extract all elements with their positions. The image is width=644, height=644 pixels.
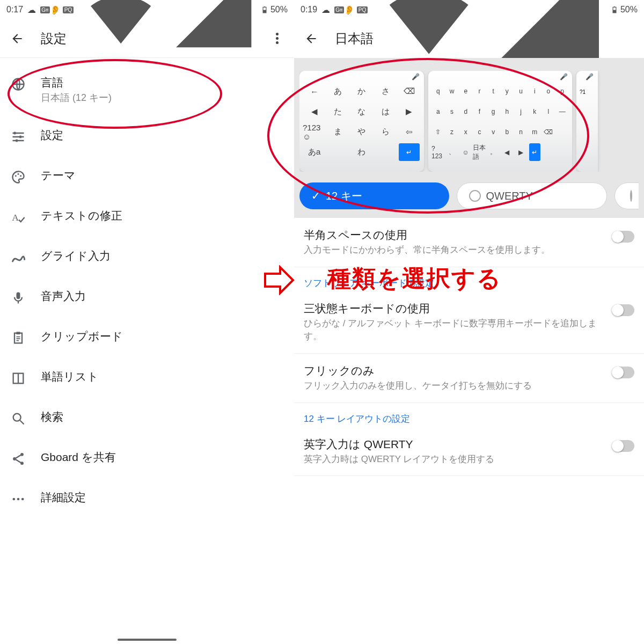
search-icon [11, 411, 26, 426]
row-title: 音声入力 [41, 289, 286, 304]
toggle-switch[interactable] [612, 304, 634, 316]
row-title: 半角スペースの使用 [304, 228, 597, 243]
annotation-arrow-icon [263, 265, 295, 295]
chip-label: QWERTY [486, 190, 533, 202]
row-title: 設定 [41, 128, 286, 143]
kb-key: ◀ [501, 142, 514, 162]
row-title: 英字入力は QWERTY [304, 437, 597, 452]
language-settings-list: 半角スペースの使用入力モードにかかわらず、常に半角スペースを使用します。ソフトウ… [294, 218, 644, 476]
back-button[interactable] [301, 28, 322, 49]
settings-row-clipboard[interactable]: クリップボード [0, 317, 294, 357]
kb-key: h [501, 102, 514, 122]
palette-icon [11, 170, 26, 185]
kb-key: b [501, 122, 514, 142]
row-subtitle: 入力モードにかかわらず、常に半角スペースを使用します。 [304, 244, 597, 257]
kb-key: c [473, 122, 486, 142]
toggle-switch[interactable] [612, 440, 634, 452]
news-icon: G≡ [40, 6, 50, 13]
toggle-switch[interactable] [612, 231, 634, 243]
svg-rect-5 [19, 136, 21, 138]
mic-icon: 🎤 [412, 73, 420, 80]
kb-key: i [528, 82, 541, 101]
setting-toggle-row[interactable]: フリックのみフリック入力のみを使用し、ケータイ打ちを無効にする [294, 354, 644, 403]
kb-key: ま [326, 122, 349, 142]
status-bar: 0:17 ☁ G≡ 👂 PQ 50% [0, 0, 294, 19]
share-icon [11, 451, 26, 466]
mic-icon: 🎤 [586, 73, 594, 80]
toggle-switch[interactable] [612, 367, 634, 378]
svg-point-21 [21, 498, 24, 501]
settings-row-palette[interactable]: テーマ [0, 156, 294, 196]
kb-key: w [445, 82, 459, 101]
settings-row-more[interactable]: 詳細設定 [0, 478, 294, 518]
kb-key: v [487, 122, 500, 142]
svg-point-9 [20, 175, 21, 177]
camera-icon: PQ [63, 6, 74, 13]
settings-list: 言語日本語 (12 キー) 設定 テーマA テキストの修正 グライド入力 音声入… [0, 58, 294, 518]
home-indicator[interactable] [118, 639, 177, 641]
layout-chip-12key[interactable]: ✓ 12 キー [299, 182, 449, 209]
ear-icon: 👂 [344, 5, 355, 15]
kb-key: e [459, 82, 472, 101]
wordlist-icon [11, 371, 26, 386]
settings-row-swoosh[interactable]: グライド入力 [0, 237, 294, 277]
kb-key: j [514, 102, 528, 122]
status-battery: 50% [620, 5, 638, 14]
svg-point-7 [15, 175, 17, 177]
wifi-icon [76, 0, 166, 55]
kb-key [542, 142, 555, 162]
svg-rect-23 [613, 10, 616, 13]
kb-key: l [542, 102, 555, 122]
row-title: 三状態キーボードの使用 [304, 301, 597, 316]
status-bar: 0:19 ☁ G≡ 👂 PQ 50% [294, 0, 644, 19]
kb-key: ▶ [514, 142, 528, 162]
kb-key: あa [303, 142, 326, 162]
row-title: クリップボード [41, 329, 286, 344]
kb-key: ▶ [398, 102, 421, 122]
layout-preview-next[interactable]: 🎤 ?1 [576, 71, 598, 172]
settings-row-share[interactable]: Gboard を共有 [0, 438, 294, 478]
row-title: 詳細設定 [41, 490, 286, 505]
kb-key: ⌫ [398, 82, 421, 101]
cloud-icon: ☁ [27, 5, 36, 15]
signal-icon [169, 0, 259, 55]
keyboard-layout-picker: 🎤 ←あかさ⌫◀たなは▶?123 ☺まやら⇦あaわ↵ 🎤 qwertyuiopa… [294, 58, 644, 218]
kb-key: 。 [487, 142, 500, 162]
row-subtitle: ひらがな / アルファベット キーボードに数字専用キーボードを追加します。 [304, 317, 597, 343]
layout-preview-12key[interactable]: 🎤 ←あかさ⌫◀たなは▶?123 ☺まやら⇦あaわ↵ [299, 71, 424, 172]
back-button[interactable] [6, 28, 28, 49]
row-title: 言語 [41, 75, 286, 90]
svg-point-19 [13, 498, 16, 501]
row-title: Gboard を共有 [41, 450, 286, 465]
more-vert-icon [276, 33, 279, 44]
settings-row-sliders[interactable]: 設定 [0, 116, 294, 156]
overflow-menu-button[interactable] [266, 28, 288, 49]
setting-toggle-row[interactable]: 英字入力は QWERTY英字入力時は QWERTY レイアウトを使用する [294, 427, 644, 477]
layout-chip-next[interactable] [614, 182, 639, 209]
page-title: 日本語 [335, 30, 374, 47]
kb-key: ⇦ [398, 122, 421, 142]
svg-point-20 [17, 498, 20, 501]
settings-row-search[interactable]: 検索 [0, 398, 294, 438]
kb-key: ら [374, 122, 397, 142]
layout-chip-qwerty[interactable]: QWERTY [457, 182, 608, 209]
kb-key: x [459, 122, 472, 142]
kb-key: ↵ [399, 143, 420, 161]
kb-key: ↵ [529, 143, 540, 161]
ear-icon: 👂 [50, 5, 61, 15]
settings-row-mic[interactable]: 音声入力 [0, 277, 294, 317]
layout-preview-qwerty[interactable]: 🎤 qwertyuiopasdfghjkl—⇧zxcvbnm⌫?123、☺日本語… [428, 71, 572, 172]
svg-rect-11 [17, 292, 20, 299]
kb-key: — [555, 102, 569, 122]
settings-row-spellcheck[interactable]: A テキストの修正 [0, 196, 294, 237]
setting-toggle-row[interactable]: 半角スペースの使用入力モードにかかわらず、常に半角スペースを使用します。 [294, 218, 644, 267]
settings-row-wordlist[interactable]: 単語リスト [0, 357, 294, 398]
kb-key: m [528, 122, 541, 142]
settings-row-globe[interactable]: 言語日本語 (12 キー) [0, 63, 294, 116]
row-title: テキストの修正 [41, 208, 286, 223]
kb-key: 日本語 [473, 142, 486, 162]
row-title: 検索 [41, 409, 286, 425]
setting-toggle-row[interactable]: 三状態キーボードの使用ひらがな / アルファベット キーボードに数字専用キーボー… [294, 291, 644, 354]
kb-key: n [514, 122, 528, 142]
kb-key: さ [374, 82, 397, 101]
